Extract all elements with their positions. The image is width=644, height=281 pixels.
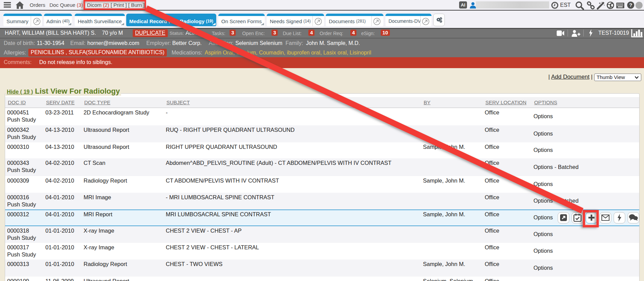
svg-text:?: ? [629, 2, 632, 8]
